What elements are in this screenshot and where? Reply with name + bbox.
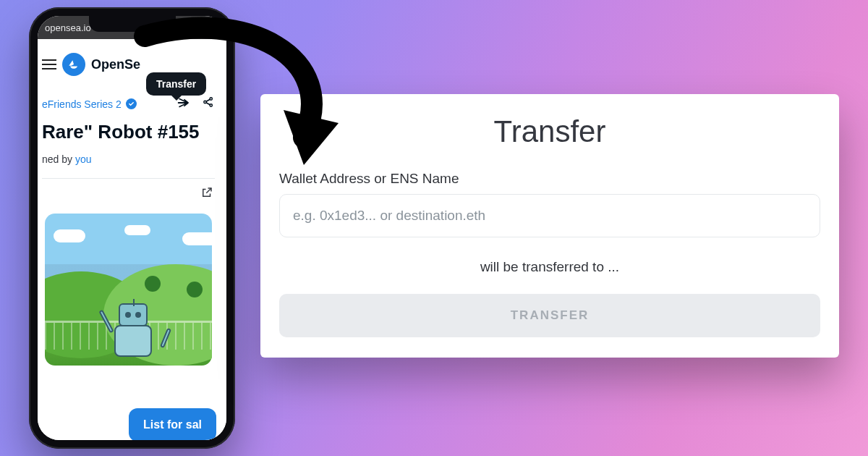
transfer-modal: Transfer Wallet Address or ENS Name will… [260,94,839,358]
opensea-logo-icon[interactable] [62,53,85,76]
browser-url: opensea.io [45,22,91,33]
owned-by-link[interactable]: you [75,153,92,165]
robot-character-icon [103,300,169,366]
modal-title: Transfer [279,114,820,149]
menu-icon[interactable] [42,59,56,69]
transfer-button-label: TRANSFER [511,308,590,322]
nft-image[interactable] [45,214,212,366]
annotation-arrow-icon [116,14,347,181]
wallet-field-label: Wallet Address or ENS Name [279,171,820,187]
stage: opensea.io OpenSe Trans [0,0,868,456]
collection-name-link[interactable]: eFriends Series 2 [42,98,122,110]
owned-by-prefix: ned by [42,153,75,165]
wallet-address-input[interactable] [279,194,820,237]
list-for-sale-button[interactable]: List for sal [129,408,216,440]
external-link-icon[interactable] [200,186,213,202]
transfer-note: will be transferred to ... [279,259,820,275]
transfer-submit-button[interactable]: TRANSFER [279,294,820,337]
list-button-label: List for sal [143,418,202,431]
